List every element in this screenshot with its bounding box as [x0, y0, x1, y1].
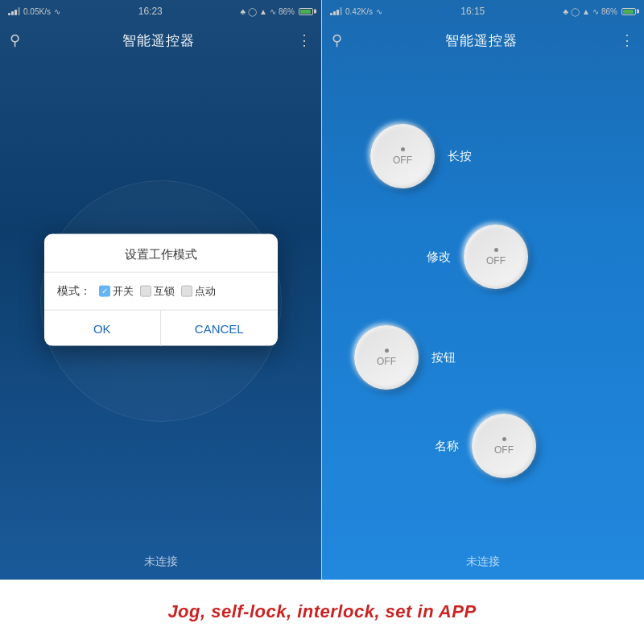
right-battery-icon — [621, 8, 636, 15]
vol-icon: ▲ — [259, 7, 267, 16]
checkbox-kaiguan-box[interactable]: ✓ — [99, 286, 110, 297]
phones-row: 0.05K/s ∿ 16:23 ♣ ◯ ▲ ∿ 86% ⚲ — [0, 0, 644, 580]
main-container: 0.05K/s ∿ 16:23 ♣ ◯ ▲ ∿ 86% ⚲ — [0, 0, 644, 644]
left-status-right: ♣ ◯ ▲ ∿ 86% — [241, 7, 313, 16]
left-phone: 0.05K/s ∿ 16:23 ♣ ◯ ▲ ∿ 86% ⚲ — [0, 0, 322, 580]
right-search-icon[interactable]: ⚲ — [332, 31, 342, 49]
knob-top-label: 长按 — [448, 149, 472, 164]
left-status-time: 16:23 — [138, 6, 163, 17]
checkbox-group: ✓ 开关 互锁 — [99, 284, 216, 299]
left-status-bar: 0.05K/s ∿ 16:23 ♣ ◯ ▲ ∿ 86% — [0, 0, 321, 23]
left-main-area: 设置工作模式 模式： ✓ 开关 — [0, 58, 321, 544]
caption-row: Jog, self-lock, interlock, set in APP — [0, 580, 644, 644]
knob-br-dot — [502, 437, 506, 441]
left-connection-status: 未连接 — [144, 555, 178, 569]
right-phone: 0.42K/s ∿ 16:15 ♣ ◯ ▲ ∿ 86% ⚲ — [322, 0, 644, 580]
right-bottom-bar: 未连接 — [322, 544, 644, 580]
right-battery-pct: 86% — [601, 7, 617, 16]
knob-item-modify: OFF 修改 — [427, 225, 528, 289]
knob-item-chang按: OFF 长按 — [370, 124, 472, 188]
right-alarm-icon: ◯ — [571, 7, 580, 16]
right-bt-icon: ♣ — [564, 7, 569, 16]
dialog-actions: OK CANCEL — [44, 311, 278, 346]
right-status-bar: 0.42K/s ∿ 16:15 ♣ ◯ ▲ ∿ 86% — [322, 0, 644, 23]
left-bottom-bar: 未连接 — [0, 544, 321, 580]
knob-mid-dot — [494, 248, 498, 252]
right-status-time: 16:15 — [460, 6, 485, 17]
left-battery-pct: 86% — [279, 7, 295, 16]
search-icon[interactable]: ⚲ — [10, 31, 20, 49]
left-phone-content: 0.05K/s ∿ 16:23 ♣ ◯ ▲ ∿ 86% ⚲ — [0, 0, 321, 580]
cancel-button[interactable]: CANCEL — [161, 311, 278, 346]
left-app-bar: ⚲ 智能遥控器 ⋮ — [0, 23, 321, 58]
right-status-right: ♣ ◯ ▲ ∿ 86% — [564, 7, 636, 16]
alarm-icon: ◯ — [248, 7, 257, 16]
checkbox-dian-box[interactable] — [181, 286, 192, 297]
knob-layout: OFF 长按 OFF 修改 — [346, 100, 620, 502]
right-connection-status: 未连接 — [466, 555, 500, 569]
checkbox-husuo-box[interactable] — [140, 286, 151, 297]
right-signal2-icon: ∿ — [592, 7, 599, 16]
left-data-speed: 0.05K/s — [23, 7, 51, 16]
dialog-body: 模式： ✓ 开关 — [44, 273, 278, 311]
check-mark: ✓ — [101, 287, 108, 295]
right-main-area: OFF 长按 OFF 修改 — [322, 58, 644, 544]
right-data-speed: 0.42K/s — [345, 7, 373, 16]
checkbox-kaiguan-label: 开关 — [113, 284, 134, 299]
left-status-left: 0.05K/s ∿ — [8, 7, 60, 16]
right-wifi-icon: ∿ — [376, 7, 382, 16]
knob-item-button: OFF 按钮 — [354, 325, 456, 390]
knob-bl-off: OFF — [377, 356, 396, 367]
bt-icon: ♣ — [241, 7, 246, 16]
right-vol-icon: ▲ — [582, 7, 590, 16]
signal2-icon: ∿ — [270, 7, 276, 16]
checkbox-dian-label: 点动 — [195, 284, 216, 299]
knob-top-circle[interactable]: OFF — [370, 124, 435, 188]
knob-bl-circle[interactable]: OFF — [354, 325, 419, 390]
knob-br-circle[interactable]: OFF — [472, 414, 536, 478]
knob-br-label: 名称 — [435, 439, 459, 454]
knob-top-off: OFF — [393, 155, 412, 166]
right-signal-icon — [330, 7, 342, 15]
ok-button[interactable]: OK — [44, 311, 162, 346]
mode-label: 模式： — [57, 284, 91, 299]
checkbox-husuo[interactable]: 互锁 — [140, 284, 175, 299]
right-phone-content: 0.42K/s ∿ 16:15 ♣ ◯ ▲ ∿ 86% ⚲ — [322, 0, 644, 580]
knob-mid-label: 修改 — [427, 250, 451, 265]
knob-mid-circle[interactable]: OFF — [464, 225, 528, 289]
battery-icon — [299, 8, 313, 15]
knob-top-dot — [401, 147, 405, 151]
mode-row: 模式： ✓ 开关 — [57, 284, 265, 299]
right-app-title: 智能遥控器 — [445, 31, 518, 50]
knob-br-off: OFF — [494, 444, 514, 456]
wifi-icon: ∿ — [54, 7, 60, 16]
signal-icon — [8, 7, 20, 15]
knob-bl-dot — [385, 349, 389, 353]
right-status-left: 0.42K/s ∿ — [330, 7, 382, 16]
mode-dialog: 设置工作模式 模式： ✓ 开关 — [44, 234, 278, 346]
checkbox-dian[interactable]: 点动 — [181, 284, 216, 299]
checkbox-husuo-label: 互锁 — [154, 284, 175, 299]
right-app-bar: ⚲ 智能遥控器 ⋮ — [322, 23, 644, 58]
left-app-title: 智能遥控器 — [122, 31, 195, 50]
knob-bl-label: 按钮 — [431, 350, 456, 365]
more-icon[interactable]: ⋮ — [297, 31, 312, 49]
knob-mid-off: OFF — [486, 255, 506, 266]
dialog-title: 设置工作模式 — [44, 234, 278, 273]
right-more-icon[interactable]: ⋮ — [620, 31, 634, 49]
caption-text: Jog, self-lock, interlock, set in APP — [167, 601, 476, 622]
checkbox-kaiguan[interactable]: ✓ 开关 — [99, 284, 134, 299]
knob-item-name: OFF 名称 — [435, 414, 536, 478]
